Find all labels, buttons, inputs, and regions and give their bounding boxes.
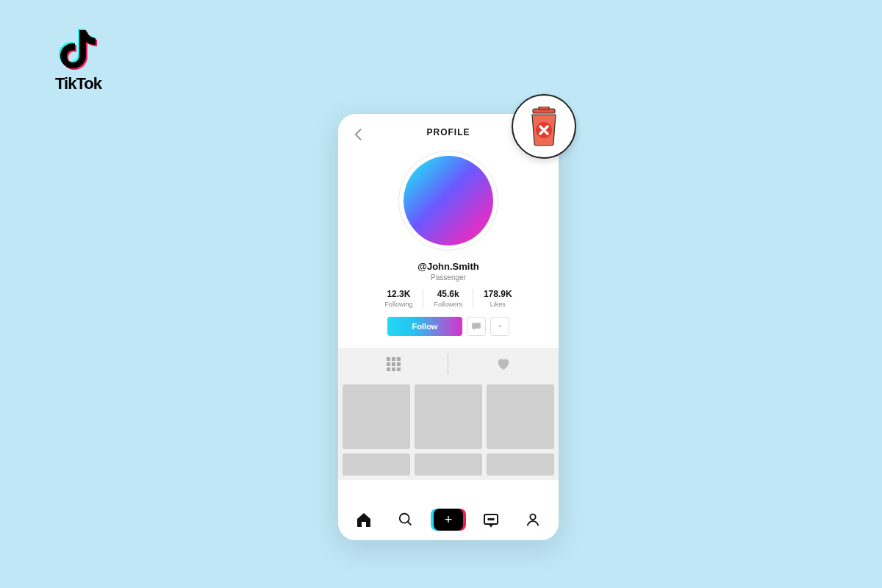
avatar-ring	[398, 151, 498, 251]
svg-rect-8	[539, 107, 549, 110]
inbox-icon	[482, 511, 500, 528]
trash-icon	[526, 107, 562, 146]
tiktok-logo: TikTok	[55, 26, 101, 93]
nav-create[interactable]: +	[434, 505, 463, 534]
post-thumbnail[interactable]	[487, 453, 554, 476]
nav-discover[interactable]	[391, 505, 420, 534]
post-thumbnail[interactable]	[487, 384, 554, 449]
stats-row: 12.3K Following 45.6k Followers 178.9K L…	[338, 289, 559, 308]
nav-inbox[interactable]	[476, 505, 506, 534]
tiktok-note-icon	[57, 26, 98, 71]
heart-icon	[495, 356, 512, 372]
content-tabs	[338, 348, 559, 380]
svg-point-6	[531, 514, 536, 520]
tab-grid[interactable]	[338, 348, 448, 380]
message-button[interactable]	[467, 317, 486, 336]
nav-profile[interactable]	[518, 505, 548, 534]
delete-profile-badge[interactable]	[512, 94, 576, 159]
post-thumbnail[interactable]	[343, 384, 410, 449]
stat-label: Following	[384, 301, 412, 308]
stat-following[interactable]: 12.3K Following	[374, 289, 423, 308]
stat-label: Followers	[434, 301, 462, 308]
stat-value: 45.6k	[437, 289, 459, 299]
search-icon	[398, 512, 414, 528]
page-title: PROFILE	[426, 127, 470, 137]
plus-icon: +	[445, 512, 453, 528]
stat-value: 178.9K	[484, 289, 512, 299]
post-thumbnail[interactable]	[343, 453, 410, 476]
stat-label: Likes	[490, 301, 506, 308]
bottom-navbar: +	[338, 499, 559, 540]
home-icon	[355, 511, 373, 528]
stat-likes[interactable]: 178.9K Likes	[473, 289, 523, 308]
user-subtitle: Passenger	[338, 273, 559, 282]
follow-button[interactable]: Follow	[387, 317, 462, 336]
nav-home[interactable]	[349, 505, 379, 534]
post-thumbnail[interactable]	[415, 453, 482, 476]
stat-followers[interactable]: 45.6k Followers	[423, 289, 473, 308]
create-button[interactable]: +	[434, 509, 463, 531]
username: @John.Smith	[338, 261, 559, 272]
grid-icon	[387, 357, 401, 371]
svg-line-1	[408, 522, 412, 526]
tab-liked[interactable]	[448, 348, 559, 380]
avatar-container	[338, 151, 559, 251]
dropdown-button[interactable]	[490, 317, 509, 336]
action-row: Follow	[338, 317, 559, 336]
tiktok-wordmark: TikTok	[55, 74, 101, 93]
posts-grid	[338, 380, 559, 480]
profile-card: PROFILE @John.Smith Passenger 12.3K Foll…	[338, 114, 559, 540]
svg-point-3	[488, 519, 490, 520]
stat-value: 12.3K	[387, 289, 410, 299]
svg-point-4	[490, 519, 492, 520]
back-arrow-icon[interactable]	[351, 127, 366, 142]
svg-point-5	[492, 519, 494, 520]
profile-icon	[525, 512, 541, 528]
svg-point-0	[400, 514, 409, 523]
post-thumbnail[interactable]	[415, 384, 482, 449]
avatar[interactable]	[404, 156, 493, 245]
